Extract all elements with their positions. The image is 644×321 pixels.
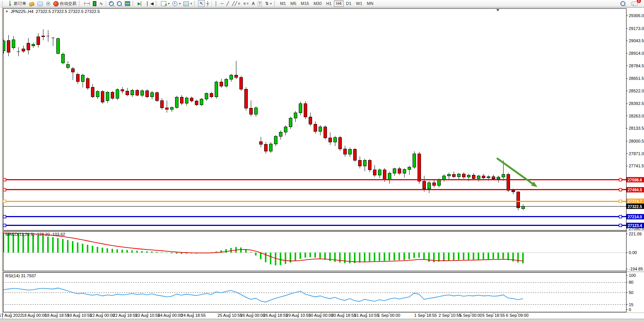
price-line-label: 27322.5 [626,203,644,209]
price-axis-tick: 29043.5 [629,38,644,43]
time-axis-label: 26 Aug 00:00 [241,313,265,318]
rsi-value: 31.7937 [21,273,36,278]
time-axis-label: 18 Aug 00:00 [22,313,47,318]
macd-values: -128.20 -103.62 [35,232,65,237]
line-handle[interactable] [3,224,6,227]
price-axis-tick: 28392.5 [629,101,644,106]
time-axis-label: 30 Aug 18:55 [332,313,356,318]
chart-dropdown-icon[interactable]: ▼ [5,10,8,13]
macd-axis-tick: 221.09 [629,232,642,236]
time-axis-label: 31 Aug 10:55 [354,313,379,318]
time-axis-label: 30 Aug 00:00 [309,313,333,318]
line-handle[interactable] [619,215,622,218]
time-axis-label: 22 Aug 00:00 [90,313,115,318]
line-handle[interactable] [3,200,6,203]
line-handle[interactable] [619,200,622,203]
price-line-label: 27214.0 [626,214,644,219]
svg-text:27598.6: 27598.6 [628,178,642,182]
price-axis-tick: 28000.5 [629,139,644,143]
line-handle[interactable] [3,178,6,181]
svg-text:27123.4: 27123.4 [628,223,642,228]
line-handle[interactable] [619,224,622,227]
time-axis-label: 24 Aug 18:55 [181,313,206,318]
price-axis-tick: 29173.0 [629,26,644,31]
time-axis-label: 18 Aug 18:55 [45,313,70,318]
time-axis-label: 26 Aug 18:55 [263,313,288,318]
chart-symbol-period: JPN225-,H4 [11,9,33,14]
macd-indicator-label: MACD(12,26,9) -128.20 -103.62 [5,232,65,237]
price-line-label: 27123.4 [626,223,644,228]
svg-text:27374.7: 27374.7 [628,199,642,203]
price-line-label: 27494.5 [626,187,644,192]
rsi-axis-tick: 100 [629,273,636,278]
price-axis-tick: 28914.0 [629,51,644,56]
rsi-axis-tick: 50 [629,290,633,295]
rsi-indicator-label: RSI(14) 31.7937 [5,273,36,278]
line-handle[interactable] [619,178,622,181]
svg-text:27214.0: 27214.0 [628,215,642,219]
rsi-axis-tick: 15 [629,302,633,307]
time-axis-label: 1 Sep 18:55 [414,313,437,318]
time-axis-label: 17 Aug 2022 [0,313,22,318]
chart-canvas[interactable]: 29306.029173.029043.528914.028784.528651… [0,0,644,321]
price-axis-tick: 28133.5 [629,126,644,130]
price-axis-tick: 28263.0 [629,114,644,118]
svg-text:27322.5: 27322.5 [628,204,642,209]
price-axis-tick: 28784.5 [629,64,644,68]
time-axis-label: 22 Aug 18:55 [113,313,138,318]
time-axis-label: 5 Sep 18:55 [482,313,505,318]
price-line-label: 27598.6 [626,177,644,183]
time-axis-label: 1 Sep 00:00 [378,313,400,318]
chart-ohlc-quotes: 27322.5 27322.5 27322.5 27322.5 [36,9,100,14]
macd-axis-tick: -194.85 [629,267,643,271]
time-axis-label: 6 Sep 09:00 [506,313,528,318]
svg-text:27494.5: 27494.5 [628,188,642,192]
time-axis-label: 29 Aug 10:55 [286,313,311,318]
line-handle[interactable] [3,215,6,218]
line-handle[interactable] [3,188,6,191]
price-axis-tick: 28651.5 [629,76,644,81]
line-handle[interactable] [619,188,622,191]
rsi-axis-tick: 0 [629,307,631,312]
price-axis-tick: 27741.5 [629,164,644,168]
time-axis-label: 19 Aug 10:55 [67,313,92,318]
time-axis-label: 25 Aug 10:55 [218,313,242,318]
rsi-axis-tick: 80 [629,280,633,284]
time-axis-label: 23 Aug 10:55 [135,313,160,318]
price-line-label: 27374.7 [626,199,644,204]
time-axis-label: 5 Sep 00:00 [459,313,482,318]
price-axis-tick: 27871.0 [629,151,644,156]
time-axis-label: 2 Sep 10:55 [438,313,461,318]
macd-axis-tick: 0.00 [629,250,637,255]
time-axis-label: 24 Aug 00:00 [158,313,183,318]
price-axis-tick: 28522.0 [629,89,644,93]
chart-title-bar: ▼ JPN225-,H4 27322.5 27322.5 27322.5 273… [5,9,100,14]
price-axis-tick: 29306.0 [629,13,644,18]
